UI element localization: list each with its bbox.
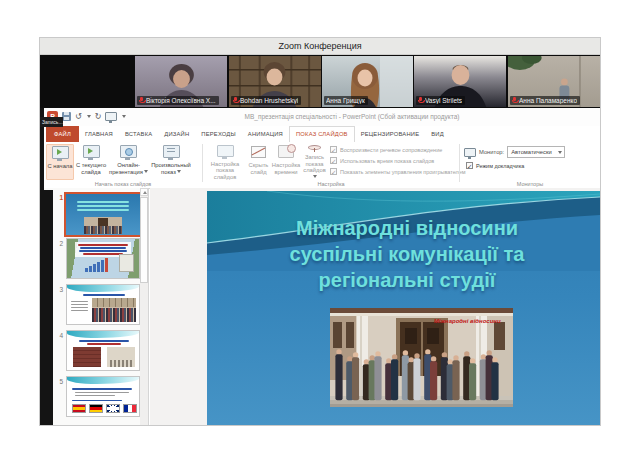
save-icon[interactable] bbox=[62, 112, 71, 121]
tab-insert[interactable]: ВСТАВКА bbox=[119, 126, 158, 142]
zoom-window: Zoom Конференция Вікторія Олексіївна Х..… bbox=[40, 38, 600, 425]
zoom-window-title: Zoom Конференция bbox=[278, 41, 361, 51]
tab-file[interactable]: ФАЙЛ bbox=[46, 126, 79, 142]
panel-scrollbar-up-arrow[interactable] bbox=[140, 188, 148, 196]
panel-scrollbar-thumb[interactable] bbox=[140, 197, 148, 283]
monitor-select[interactable]: Автоматически bbox=[507, 146, 565, 158]
group-divider bbox=[459, 144, 460, 182]
hide-slide-button[interactable]: Скрыть слайд bbox=[246, 144, 271, 180]
thumb-text-line bbox=[71, 307, 88, 308]
setup-slideshow-icon bbox=[217, 145, 234, 157]
rehearse-timings-button[interactable]: Настройка времени bbox=[272, 144, 300, 180]
redo-icon[interactable]: ↻ bbox=[95, 112, 102, 122]
participant-video[interactable]: Анна Грищук bbox=[322, 56, 413, 107]
letterbox-strip bbox=[40, 190, 53, 425]
germany-flag-icon bbox=[89, 404, 103, 413]
tab-home[interactable]: ГЛАВНАЯ bbox=[79, 126, 119, 142]
participant-video[interactable]: Анна Паламаренко bbox=[508, 56, 600, 107]
checkbox-show-media-controls[interactable]: ✓ Показать элементы управления проигрыва… bbox=[330, 168, 466, 175]
desktop: Zoom Конференция Вікторія Олексіївна Х..… bbox=[0, 0, 640, 452]
start-slideshow-icon[interactable] bbox=[105, 112, 117, 121]
thumb-photo bbox=[119, 254, 134, 272]
recording-indicator[interactable]: Запись... bbox=[40, 117, 63, 127]
group-divider bbox=[202, 144, 203, 182]
thumb-flags-row bbox=[72, 404, 137, 413]
thumb-text-line bbox=[71, 310, 88, 311]
slide-number: 2 bbox=[54, 240, 63, 247]
thumb-chart-bar bbox=[97, 262, 100, 272]
record-slideshow-button[interactable]: Запись показа слайдов bbox=[301, 144, 328, 180]
thumb-text-line bbox=[77, 201, 129, 203]
thumb-wave-decoration bbox=[67, 285, 139, 292]
thumb-text-line bbox=[77, 205, 129, 207]
participant-name: Вікторія Олексіївна Х... bbox=[146, 97, 216, 104]
muted-mic-icon bbox=[139, 97, 144, 104]
slide-photo: Міжнародні відносини bbox=[330, 308, 513, 407]
thumb-wave-decoration bbox=[67, 377, 139, 384]
participant-video[interactable]: Вікторія Олексіївна Х... bbox=[135, 56, 227, 107]
tab-animations[interactable]: АНИМАЦИЯ bbox=[242, 126, 289, 142]
group-label-setup: Настройка bbox=[205, 181, 457, 187]
tab-view[interactable]: ВИД bbox=[425, 126, 450, 142]
ribbon-tab-bar: ФАЙЛ ГЛАВНАЯ ВСТАВКА ДИЗАЙН ПЕРЕХОДЫ АНИ… bbox=[44, 126, 600, 142]
uk-flag-icon bbox=[106, 404, 120, 413]
thumb-text-line bbox=[72, 400, 122, 401]
slide-thumbnail-2[interactable] bbox=[66, 238, 140, 279]
participant-name: Vasyl Strilets bbox=[425, 97, 462, 104]
online-presentation-icon bbox=[120, 145, 137, 158]
tab-design[interactable]: ДИЗАЙН bbox=[158, 126, 195, 142]
ppt-titlebar[interactable]: P ↺ ↻ МВ_презентація спеціальності - Pow… bbox=[44, 108, 600, 126]
thumb-text-line bbox=[75, 395, 115, 396]
thumb-wave-decoration bbox=[67, 331, 139, 338]
slide-thumbnail-5[interactable] bbox=[66, 376, 140, 417]
thumb-photo bbox=[107, 347, 135, 367]
tab-transitions[interactable]: ПЕРЕХОДЫ bbox=[195, 126, 241, 142]
checkbox-icon: ✓ bbox=[330, 157, 337, 164]
online-presentation-button[interactable]: Онлайн-презентация bbox=[108, 144, 149, 180]
slide-number: 4 bbox=[54, 332, 63, 339]
dropdown-arrow-icon bbox=[313, 175, 317, 178]
participant-video[interactable]: Bohdan Hrushetskyi bbox=[229, 56, 321, 107]
thumb-text-line bbox=[75, 392, 129, 393]
checkbox-icon: ✓ bbox=[466, 162, 473, 169]
slide-thumbnail-1[interactable] bbox=[64, 192, 142, 237]
from-current-slide-button[interactable]: С текущего слайда bbox=[75, 144, 107, 180]
custom-slideshow-button[interactable]: Произвольный показ bbox=[150, 144, 192, 180]
customize-qat-icon[interactable] bbox=[122, 115, 126, 118]
slide-number: 3 bbox=[54, 286, 63, 293]
monitor-icon bbox=[464, 148, 476, 157]
monitor-row: Монитор: Автоматически bbox=[464, 146, 565, 158]
thumb-chart-bar bbox=[89, 266, 92, 272]
thumb-title-line bbox=[83, 294, 125, 296]
slide-editor-area: Міжнародні відносини суспільні комунікац… bbox=[150, 188, 600, 425]
thumb-title-line bbox=[87, 343, 121, 345]
checkbox-presenter-view[interactable]: ✓ Режим докладчика bbox=[466, 162, 524, 169]
setup-slideshow-button[interactable]: Настройка показа слайдов bbox=[205, 144, 245, 180]
participant-video[interactable]: Vasyl Strilets bbox=[414, 56, 506, 107]
zoom-titlebar[interactable]: Zoom Конференция bbox=[40, 38, 600, 55]
dropdown-arrow-icon bbox=[558, 151, 562, 154]
tab-slideshow[interactable]: ПОКАЗ СЛАЙДОВ bbox=[289, 126, 355, 142]
tab-review[interactable]: РЕЦЕНЗИРОВАНИЕ bbox=[355, 126, 426, 142]
slide-title: Міжнародні відносини суспільні комунікац… bbox=[235, 215, 579, 293]
participant-nameplate: Bohdan Hrushetskyi bbox=[231, 96, 301, 105]
video-strip: Вікторія Олексіївна Х... Bohdan Hrushets… bbox=[40, 55, 600, 108]
powerpoint-window: P ↺ ↻ МВ_презентація спеціальності - Pow… bbox=[44, 108, 600, 425]
undo-dropdown-icon[interactable] bbox=[87, 115, 91, 118]
undo-icon[interactable]: ↺ bbox=[75, 112, 82, 122]
checkbox-play-narration[interactable]: ✓ Воспроизвести речевое сопровождение bbox=[330, 146, 442, 153]
photo-caption: Міжнародні відносини bbox=[434, 318, 501, 324]
slide-thumbnail-3[interactable] bbox=[66, 284, 140, 325]
current-slide-canvas[interactable]: Міжнародні відносини суспільні комунікац… bbox=[207, 191, 600, 425]
checkbox-icon: ✓ bbox=[330, 146, 337, 153]
participant-name: Анна Грищук bbox=[326, 97, 365, 104]
play-from-current-icon bbox=[83, 145, 100, 158]
slide-thumbnail-4[interactable] bbox=[66, 330, 140, 371]
participant-nameplate: Анна Грищук bbox=[324, 96, 368, 105]
checkbox-use-timings[interactable]: ✓ Использовать время показа слайдов bbox=[330, 157, 434, 164]
thumb-photo bbox=[92, 298, 136, 322]
group-label-monitors: Мониторы bbox=[462, 181, 598, 187]
france-flag-icon bbox=[123, 404, 137, 413]
participant-nameplate: Анна Паламаренко bbox=[510, 96, 580, 105]
from-beginning-button[interactable]: С начала bbox=[46, 144, 74, 180]
